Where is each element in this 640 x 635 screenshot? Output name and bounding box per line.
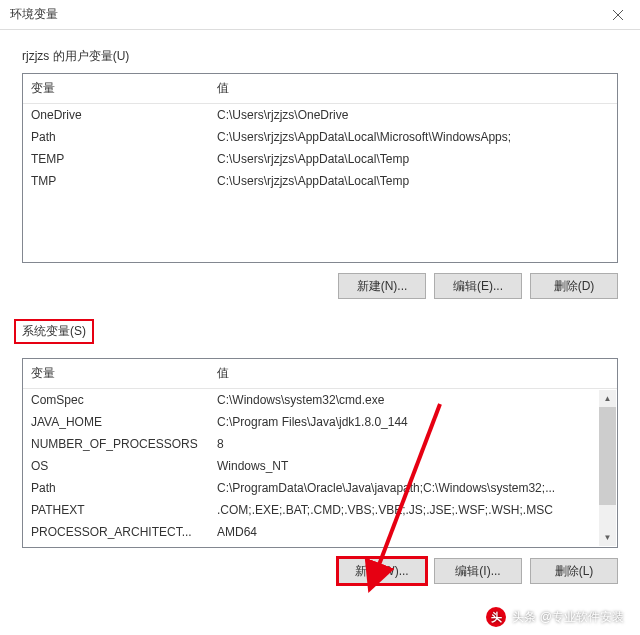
column-header-value[interactable]: 值 <box>209 359 617 388</box>
table-row[interactable]: Path C:\Users\rjzjzs\AppData\Local\Micro… <box>23 126 617 148</box>
cell-variable: OneDrive <box>23 107 209 123</box>
scroll-down-icon[interactable]: ▼ <box>599 529 616 546</box>
cell-variable: Path <box>23 480 209 496</box>
cell-variable: PROCESSOR_ARCHITECT... <box>23 524 209 540</box>
table-row[interactable]: NUMBER_OF_PROCESSORS 8 <box>23 433 617 455</box>
table-row[interactable]: PROCESSOR_ARCHITECT... AMD64 <box>23 521 617 543</box>
column-header-value[interactable]: 值 <box>209 74 617 103</box>
table-row[interactable]: TEMP C:\Users\rjzjzs\AppData\Local\Temp <box>23 148 617 170</box>
system-buttons-row: 新建(W)... 编辑(I)... 删除(L) <box>22 558 618 584</box>
scroll-up-icon[interactable]: ▲ <box>599 390 616 407</box>
system-variables-grid[interactable]: 变量 值 ComSpec C:\Windows\system32\cmd.exe… <box>22 358 618 548</box>
cell-value: C:\Users\rjzjzs\AppData\Local\Temp <box>209 173 617 189</box>
dialog-content: rjzjzs 的用户变量(U) 变量 值 OneDrive C:\Users\r… <box>0 30 640 584</box>
cell-variable: TMP <box>23 173 209 189</box>
close-icon <box>613 10 623 20</box>
cell-value: AMD64 <box>209 524 617 540</box>
cell-value: C:\Users\rjzjzs\AppData\Local\Microsoft\… <box>209 129 617 145</box>
grid-body: ComSpec C:\Windows\system32\cmd.exe JAVA… <box>23 389 617 547</box>
system-new-button[interactable]: 新建(W)... <box>338 558 426 584</box>
user-variables-grid[interactable]: 变量 值 OneDrive C:\Users\rjzjzs\OneDrive P… <box>22 73 618 263</box>
table-row[interactable]: PATHEXT .COM;.EXE;.BAT;.CMD;.VBS;.VBE;.J… <box>23 499 617 521</box>
grid-body: OneDrive C:\Users\rjzjzs\OneDrive Path C… <box>23 104 617 262</box>
user-variables-section: rjzjzs 的用户变量(U) 变量 值 OneDrive C:\Users\r… <box>22 48 618 299</box>
cell-value: Windows_NT <box>209 458 617 474</box>
system-section-label: 系统变量(S) <box>14 319 94 344</box>
grid-header: 变量 值 <box>23 74 617 104</box>
system-variables-section: 系统变量(S) 变量 值 ComSpec C:\Windows\system32… <box>22 319 618 584</box>
user-edit-button[interactable]: 编辑(E)... <box>434 273 522 299</box>
user-new-button[interactable]: 新建(N)... <box>338 273 426 299</box>
grid-header: 变量 值 <box>23 359 617 389</box>
table-row[interactable]: Path C:\ProgramData\Oracle\Java\javapath… <box>23 477 617 499</box>
table-row[interactable]: JAVA_HOME C:\Program Files\Java\jdk1.8.0… <box>23 411 617 433</box>
system-edit-button[interactable]: 编辑(I)... <box>434 558 522 584</box>
watermark-text: 头条 @专业软件安装 <box>512 609 624 626</box>
close-button[interactable] <box>595 0 640 30</box>
system-delete-button[interactable]: 删除(L) <box>530 558 618 584</box>
table-row[interactable]: TMP C:\Users\rjzjzs\AppData\Local\Temp <box>23 170 617 192</box>
cell-variable: ComSpec <box>23 392 209 408</box>
scroll-thumb[interactable] <box>599 407 616 505</box>
table-row[interactable]: OneDrive C:\Users\rjzjzs\OneDrive <box>23 104 617 126</box>
cell-value: C:\ProgramData\Oracle\Java\javapath;C:\W… <box>209 480 617 496</box>
cell-variable: OS <box>23 458 209 474</box>
table-row[interactable]: OS Windows_NT <box>23 455 617 477</box>
cell-variable: TEMP <box>23 151 209 167</box>
cell-value: C:\Program Files\Java\jdk1.8.0_144 <box>209 414 617 430</box>
user-buttons-row: 新建(N)... 编辑(E)... 删除(D) <box>22 273 618 299</box>
cell-value: C:\Windows\system32\cmd.exe <box>209 392 617 408</box>
table-row[interactable]: ComSpec C:\Windows\system32\cmd.exe <box>23 389 617 411</box>
watermark-icon: 头 <box>486 607 506 627</box>
titlebar: 环境变量 <box>0 0 640 30</box>
column-header-variable[interactable]: 变量 <box>23 74 209 103</box>
cell-value: C:\Users\rjzjzs\OneDrive <box>209 107 617 123</box>
user-section-label: rjzjzs 的用户变量(U) <box>22 48 129 65</box>
cell-value: 8 <box>209 436 617 452</box>
cell-value: .COM;.EXE;.BAT;.CMD;.VBS;.VBE;.JS;.JSE;.… <box>209 502 617 518</box>
column-header-variable[interactable]: 变量 <box>23 359 209 388</box>
cell-variable: Path <box>23 129 209 145</box>
cell-variable: PATHEXT <box>23 502 209 518</box>
cell-variable: JAVA_HOME <box>23 414 209 430</box>
window-title: 环境变量 <box>10 6 58 23</box>
scrollbar[interactable]: ▲ ▼ <box>599 390 616 546</box>
user-delete-button[interactable]: 删除(D) <box>530 273 618 299</box>
watermark: 头 头条 @专业软件安装 <box>486 607 624 627</box>
cell-variable: NUMBER_OF_PROCESSORS <box>23 436 209 452</box>
cell-value: C:\Users\rjzjzs\AppData\Local\Temp <box>209 151 617 167</box>
scroll-track[interactable] <box>599 407 616 529</box>
